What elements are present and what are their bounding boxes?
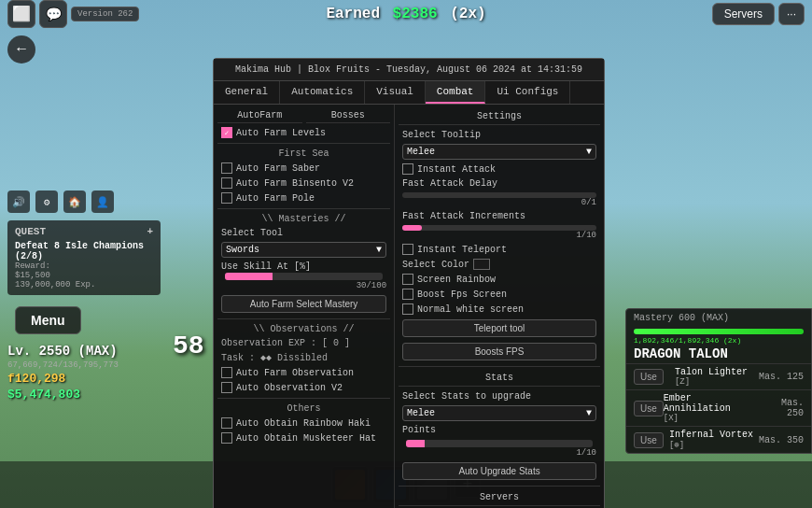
tab-visual[interactable]: Visual (365, 81, 426, 104)
auto-upgrade-button[interactable]: Auto Upgrade Stats (402, 462, 596, 480)
auto-farm-saber-label: Auto Farm Saber (236, 163, 320, 174)
boosts-fps-button[interactable]: Boosts FPS (402, 343, 596, 360)
skill-1-mas: Mas. 250 (761, 398, 804, 418)
chevron-down-icon: ▼ (376, 245, 382, 255)
gear-icon[interactable]: ⚙ (35, 190, 58, 213)
auto-farm-levels-checkbox[interactable] (221, 127, 232, 138)
more-button[interactable]: ··· (778, 3, 805, 25)
auto-farm-select-mastery-button[interactable]: Auto Farm Select Mastery (221, 295, 386, 313)
screen-rainbow-label: Screen Rainbow (417, 275, 496, 285)
sound-icon[interactable]: 🔊 (7, 190, 30, 213)
home-icon[interactable]: 🏠 (63, 190, 86, 213)
level-text: Lv. 2550 (MAX) (0, 342, 168, 360)
skill-row-0: Use Talon Lighter [Z] Mas. 125 (626, 363, 811, 389)
use-skill-label: Use Skill At [%] (221, 261, 386, 272)
servers-header: Servers (399, 489, 600, 506)
quest-reward-exp: 139,000,000 Exp. (15, 280, 153, 289)
rainbow-haki-label: Auto Obtain Rainbow Haki (236, 418, 371, 429)
skill-1-key: [X] (664, 414, 761, 423)
left-hud: 🔊 ⚙ 🏠 👤 QUEST + Defeat 8 Isle Champions … (0, 187, 168, 402)
screen-rainbow-row: Screen Rainbow (399, 272, 600, 287)
quest-label: QUEST (15, 226, 46, 237)
top-right-buttons: Servers ··· (712, 3, 805, 25)
instant-attack-label: Instant Attack (417, 164, 496, 175)
auto-farm-binsento-checkbox[interactable] (221, 177, 232, 189)
auto-obs-v2-checkbox[interactable] (221, 382, 232, 393)
select-tool-label: Select Tool (221, 228, 283, 238)
level-sub: 67,669,724/136,795,773 (0, 360, 168, 370)
auto-farm-obs-checkbox[interactable] (221, 367, 232, 378)
use-skill-2-button[interactable]: Use (634, 432, 664, 448)
musketeer-hat-row: Auto Obtain Musketeer Hat (217, 430, 390, 445)
normal-white-checkbox[interactable] (402, 303, 413, 315)
select-tooltip-dropdown[interactable]: Melee ▼ (402, 144, 596, 160)
stats-chevron-icon: ▼ (586, 408, 592, 418)
chat-icon: 💬 (39, 0, 67, 28)
musketeer-hat-checkbox[interactable] (221, 432, 232, 444)
instant-attack-row: Instant Attack (399, 162, 600, 176)
auto-farm-binsento-label: Auto Farm Binsento V2 (236, 178, 354, 189)
boost-fps-screen-checkbox[interactable] (402, 289, 413, 300)
mastery-label: Mastery 600 (MAX) (626, 309, 811, 327)
teleport-tool-button[interactable]: Teleport tool (402, 319, 596, 337)
earned-label: Earned (326, 6, 380, 22)
back-button[interactable]: ← (7, 35, 35, 64)
fast-attack-incr-value: 1/10 (402, 231, 596, 240)
select-tool-row: Select Tool (217, 226, 390, 240)
others-header: Others (217, 402, 390, 416)
back-icon: ← (17, 41, 26, 58)
tab-general[interactable]: General (214, 81, 280, 104)
skill-2-mas: Mas. 350 (759, 435, 804, 445)
points-bar (406, 440, 593, 447)
quest-reward-label: Reward: (15, 261, 153, 271)
mastery-bar-fill (634, 329, 804, 334)
fast-attack-incr-slider[interactable] (402, 225, 596, 231)
auto-farm-obs-row: Auto Farm Observation (217, 365, 390, 380)
tab-ui-configs[interactable]: Ui Configs (485, 81, 570, 104)
rainbow-haki-checkbox[interactable] (221, 417, 232, 429)
auto-farm-saber-checkbox[interactable] (221, 162, 232, 174)
skill-bar-fill (225, 273, 273, 280)
stats-header: Stats (399, 370, 600, 387)
instant-teleport-checkbox[interactable] (402, 244, 413, 255)
color-swatch[interactable] (473, 259, 490, 270)
servers-button[interactable]: Servers (712, 3, 775, 25)
player-icon[interactable]: 👤 (91, 190, 114, 213)
task-label: Task : ◆◆ Dissibled (217, 350, 390, 365)
first-sea-header: First Sea (217, 147, 390, 161)
earned-display: Earned $2386 (2x) (326, 6, 485, 22)
panel-right: Settings Select Tooltip Melee ▼ Instant … (395, 105, 604, 508)
instant-attack-checkbox[interactable] (402, 163, 413, 175)
musketeer-hat-label: Auto Obtain Musketeer Hat (236, 433, 376, 444)
tab-combat[interactable]: Combat (426, 81, 486, 104)
tab-automatics[interactable]: Automatics (280, 81, 365, 104)
earned-multiplier: (2x) (450, 6, 485, 22)
use-skill-0-button[interactable]: Use (634, 369, 664, 385)
select-color-row: Select Color (399, 257, 600, 272)
menu-button[interactable]: Menu (15, 306, 81, 334)
auto-farm-pole-checkbox[interactable] (221, 192, 232, 204)
dragon-title: DRAGON TALON (626, 345, 811, 363)
top-bar: ⬜ 💬 Version 262 Earned $2386 (2x) Server… (0, 0, 812, 28)
auto-farm-binsento-row: Auto Farm Binsento V2 (217, 176, 390, 190)
quest-add-icon[interactable]: + (147, 226, 153, 237)
panel-left: AutoFarm Bosses Auto Farm Levels First S… (214, 105, 395, 508)
masteries-header: \\ Masteries // (217, 212, 390, 226)
use-skill-1-button[interactable]: Use (634, 401, 664, 416)
rainbow-haki-row: Auto Obtain Rainbow Haki (217, 416, 390, 430)
screen-rainbow-checkbox[interactable] (402, 274, 413, 285)
fast-attack-incr-label: Fast Attack Increments (399, 209, 600, 223)
select-stats-label: Select Stats to upgrade (399, 389, 600, 403)
skill-bar (225, 273, 383, 280)
main-panel: Makima Hub | Blox Fruits - Tuesday, Augu… (213, 58, 605, 508)
select-stats-dropdown[interactable]: Melee ▼ (402, 405, 596, 421)
skill-0-mas: Mas. 125 (759, 372, 804, 382)
fast-attack-delay-slider[interactable] (402, 192, 596, 198)
select-tool-dropdown[interactable]: Swords ▼ (221, 242, 386, 258)
earned-amount: $2386 (393, 6, 438, 22)
quest-box: QUEST + Defeat 8 Isle Champions (2/8) Re… (7, 220, 161, 295)
points-label: Points (399, 423, 600, 437)
beli-text: $5,474,803 (0, 388, 168, 402)
boosts-fps-row: Boosts FPS (399, 340, 600, 363)
top-left-icons: ⬜ 💬 Version 262 (7, 0, 139, 28)
